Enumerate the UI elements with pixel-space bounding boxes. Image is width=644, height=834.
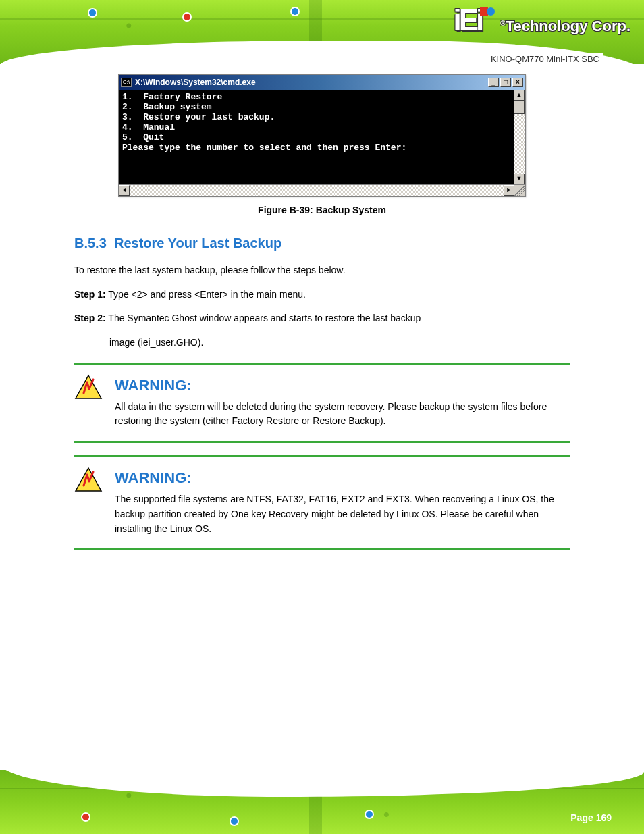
cmd-titlebar[interactable]: C:\ X:\Windows\System32\cmd.exe _ □ × xyxy=(119,75,525,90)
cmd-icon: C:\ xyxy=(121,78,132,87)
minimize-button[interactable]: _ xyxy=(488,78,499,87)
brand-logo: iEi ®Technology Corp. xyxy=(453,3,630,37)
cmd-line: 2. Backup system xyxy=(122,102,212,112)
cmd-line: 3. Restore your last backup. xyxy=(122,112,275,122)
page-number: Page 169 xyxy=(570,812,612,823)
warning-heading: WARNING: xyxy=(115,469,570,487)
warning-icon xyxy=(74,374,103,400)
reg-mark: ® xyxy=(500,20,505,27)
logo-blue-dot xyxy=(487,7,495,16)
scroll-left-button[interactable]: ◄ xyxy=(119,185,130,196)
step-2-cont: image (iei_user.GHO). xyxy=(74,336,570,350)
section-title: Restore Your Last Backup xyxy=(114,236,281,251)
resize-grip[interactable] xyxy=(514,185,525,196)
document-header: KINO-QM770 Mini-ITX SBC xyxy=(487,53,603,66)
warning-body: The supported file systems are NTFS, FAT… xyxy=(115,492,570,536)
divider xyxy=(74,363,570,365)
divider xyxy=(74,548,570,550)
logo-tagline: ®Technology Corp. xyxy=(500,18,630,35)
close-button[interactable]: × xyxy=(512,78,523,87)
scroll-track[interactable] xyxy=(514,114,525,174)
cmd-title: X:\Windows\System32\cmd.exe xyxy=(135,78,256,87)
warning-body: All data in the system will be deleted d… xyxy=(115,400,570,429)
tagline-text: Technology Corp. xyxy=(506,18,630,34)
step-2-text: The Symantec Ghost window appears and st… xyxy=(106,313,421,323)
step-1: Step 1: Type <2> and press <Enter> in th… xyxy=(74,288,570,303)
decor-dot xyxy=(88,8,97,18)
scroll-right-button[interactable]: ► xyxy=(504,185,514,196)
warning-heading: WARNING: xyxy=(115,377,570,394)
horizontal-scrollbar[interactable]: ◄ ► xyxy=(119,185,525,196)
scroll-thumb[interactable] xyxy=(514,101,525,114)
decor-dot xyxy=(230,816,239,826)
scroll-track[interactable] xyxy=(130,185,504,196)
step-2: Step 2: The Symantec Ghost window appear… xyxy=(74,311,570,326)
maximize-button[interactable]: □ xyxy=(500,78,511,87)
cmd-line: 5. Quit xyxy=(122,132,164,142)
step-1-text: Type <2> and press <Enter> in the main m… xyxy=(106,289,306,300)
divider xyxy=(74,455,570,457)
bottom-banner: Page 169 xyxy=(0,770,644,834)
warning-1: WARNING: All data in the system will be … xyxy=(74,377,570,429)
decor-dot xyxy=(182,12,192,22)
cmd-line: 1. Factory Restore xyxy=(122,92,222,102)
scroll-down-button[interactable]: ▼ xyxy=(514,174,525,184)
warning-2: WARNING: The supported file systems are … xyxy=(74,469,570,536)
decor-dot xyxy=(290,7,300,16)
warning-icon xyxy=(74,467,103,492)
cmd-window: C:\ X:\Windows\System32\cmd.exe _ □ × 1.… xyxy=(118,74,526,197)
figure-caption: Figure B-39: Backup System xyxy=(74,205,570,215)
warning-2-text: WARNING: The supported file systems are … xyxy=(115,469,570,536)
divider xyxy=(74,441,570,443)
page-content: C:\ X:\Windows\System32\cmd.exe _ □ × 1.… xyxy=(0,64,644,550)
warning-1-text: WARNING: All data in the system will be … xyxy=(115,377,570,429)
decor-dot xyxy=(81,812,90,822)
vertical-scrollbar[interactable]: ▲ ▼ xyxy=(514,90,525,184)
step-1-label: Step 1: xyxy=(74,289,106,300)
step-2-label: Step 2: xyxy=(74,313,106,323)
scroll-up-button[interactable]: ▲ xyxy=(514,90,525,101)
cmd-line: Please type the number to select and the… xyxy=(122,142,412,153)
decor-dot xyxy=(365,810,374,819)
intro-paragraph: To restore the last system backup, pleas… xyxy=(74,263,570,278)
logo-text: iEi xyxy=(453,3,495,37)
section-heading: B.5.3 Restore Your Last Backup xyxy=(74,236,570,251)
cmd-output: 1. Factory Restore 2. Backup system 3. R… xyxy=(119,90,514,184)
cmd-line: 4. Manual xyxy=(122,122,175,132)
logo-letters: iEi xyxy=(453,3,481,36)
section-number: B.5.3 xyxy=(74,236,107,251)
